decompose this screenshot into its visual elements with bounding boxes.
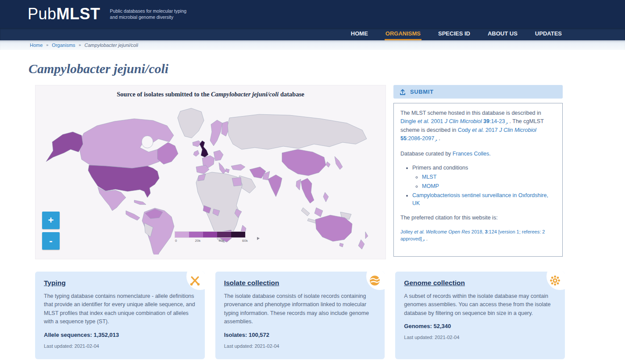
nav-item-organisms[interactable]: ORGANISMS [385, 28, 421, 40]
primers-list-item: Primers and conditions MLST MOMP [412, 164, 556, 190]
breadcrumb-current: Campylobacter jejuni/coli [85, 42, 138, 48]
momp-link[interactable]: MOMP [422, 183, 439, 189]
site-header: PubMLST Public databases for molecular t… [0, 0, 625, 28]
breadcrumb-separator: » [46, 43, 48, 47]
legend-tick-labels: 0 20k 40k 60k [175, 239, 248, 243]
inline-link[interactable]: et al. [418, 118, 429, 124]
logo-pub: Pub [28, 5, 57, 23]
country-italy [219, 163, 226, 174]
country-myanmar [296, 179, 301, 190]
inline-link[interactable]: :2086-2097 [407, 135, 434, 141]
nav-item-updates[interactable]: UPDATES [534, 28, 563, 40]
typing-card-title[interactable]: Typing [44, 279, 66, 286]
inline-link[interactable]: 2001 [429, 118, 445, 124]
country-se-asia [301, 178, 314, 203]
nav-item-species-id[interactable]: SPECIES ID [437, 28, 471, 40]
country-cuba [134, 200, 146, 205]
genome-collection-card-body: A subset of records within the isolate d… [404, 292, 556, 318]
country-tasmania [339, 243, 343, 247]
site-tagline: Public databases for molecular typing an… [110, 8, 187, 20]
country-japan [335, 156, 343, 170]
country-sumatra [301, 208, 310, 216]
country-norway-sweden [210, 120, 222, 146]
breadcrumb-home[interactable]: Home [30, 42, 43, 48]
country-australia [315, 215, 352, 241]
country-turkey [231, 164, 245, 170]
inline-link[interactable]: Frances Colles [453, 151, 489, 157]
citation-intro: The preferred citation for this website … [400, 214, 556, 222]
country-germany [214, 150, 223, 161]
map-title-species: Campylobacter jejuni/coli [211, 91, 279, 98]
country-ireland [193, 150, 199, 156]
citation-paragraph: Jolley et al. Wellcome Open Res 2018, 3:… [400, 228, 556, 244]
isolate-collection-card: Isolate collection The isolate database … [215, 272, 385, 359]
primers-label: Primers and conditions [412, 165, 468, 171]
curator-paragraph: Database curated by Frances Colles. [400, 150, 556, 158]
inline-link[interactable]: J Clin Microbiol [499, 127, 536, 133]
country-korea [326, 162, 330, 167]
country-borneo [314, 208, 323, 217]
map-zoom-in-button[interactable]: + [42, 212, 60, 229]
country-uk [200, 141, 208, 157]
country-egypt [232, 177, 242, 186]
typing-card-updated: Last updated: 2021-02-04 [44, 343, 196, 349]
mlst-link[interactable]: MLST [422, 174, 436, 180]
map-attribution-icon[interactable] [257, 237, 260, 240]
momp-list-item: MOMP [422, 182, 556, 191]
submit-label: SUBMIT [410, 88, 433, 95]
inline-link[interactable]: 55 [400, 135, 407, 141]
resource-links-list: Primers and conditions MLST MOMP Campylo… [412, 164, 556, 208]
country-alaska [46, 132, 83, 162]
inline-link[interactable]: 2017 [484, 127, 499, 133]
country-central-america [126, 211, 140, 220]
inline-link[interactable]: et al. Wellcome Open Res [414, 229, 470, 234]
genome-collection-card-title[interactable]: Genome collection [404, 279, 465, 286]
surveillance-link[interactable]: Campylobacteriosis sentinel surveillance… [412, 192, 548, 207]
page-title: Campylobacter jejuni/coli [29, 61, 565, 76]
breadcrumb: Home » Organisms » Campylobacter jejuni/… [0, 40, 625, 50]
country-greece [225, 169, 229, 173]
gear-icon [549, 275, 561, 288]
country-greenland [178, 108, 204, 138]
inline-link[interactable]: J Clin Microbiol [445, 118, 483, 124]
map-legend: 0 20k 40k 60k [175, 232, 245, 243]
breadcrumb-separator: » [79, 43, 81, 47]
typing-card-stat: Allele sequences: 1,352,013 [44, 332, 196, 338]
isolate-collection-card-title[interactable]: Isolate collection [224, 279, 279, 286]
country-russia [228, 114, 367, 149]
country-usa [88, 165, 159, 198]
main-content: Campylobacter jejuni/coli Source of isol… [0, 61, 625, 359]
country-canada-east [157, 142, 178, 164]
country-india [268, 175, 282, 197]
nav-item-about-us[interactable]: ABOUT US [487, 28, 518, 40]
site-logo[interactable]: PubMLST [28, 5, 100, 23]
country-mexico [98, 187, 126, 211]
inline-link[interactable]: 39 [483, 118, 489, 124]
sidebar: SUBMIT The MLST scheme hosted in this da… [393, 85, 563, 257]
genome-collection-card-stat: Genomes: 52,340 [404, 323, 556, 329]
country-china [282, 149, 326, 176]
inline-link[interactable]: :14-23 [489, 118, 505, 124]
globe-icon [369, 275, 381, 288]
submit-button[interactable]: SUBMIT [393, 85, 563, 99]
map-zoom-out-button[interactable]: - [42, 232, 60, 250]
tagline-line-2: and microbial genome diversity [110, 14, 187, 20]
country-philippines [323, 192, 329, 202]
hudson-bay [142, 136, 153, 148]
main-nav: HOME ORGANISMS SPECIES ID ABOUT US UPDAT… [0, 28, 625, 40]
legend-color-bar [175, 232, 245, 237]
tagline-line-1: Public databases for molecular typing [110, 8, 187, 14]
inline-link[interactable]: Cody [458, 127, 472, 133]
inline-link[interactable]: Jolley [400, 229, 414, 234]
breadcrumb-organisms[interactable]: Organisms [52, 42, 75, 48]
database-info-box: The MLST scheme hosted in this database … [393, 103, 563, 257]
typing-card-body: The typing database contains nomenclatur… [44, 292, 196, 326]
country-new-zealand [358, 232, 368, 249]
surveillance-list-item: Campylobacteriosis sentinel surveillance… [412, 191, 556, 208]
inline-link[interactable]: et al. [472, 127, 484, 133]
inline-link[interactable]: 2018, [470, 229, 485, 234]
scissors-icon [189, 275, 201, 288]
typing-card: Typing The typing database contains nome… [35, 272, 205, 359]
inline-link[interactable]: Dingle [400, 118, 418, 124]
nav-item-home[interactable]: HOME [350, 28, 369, 40]
